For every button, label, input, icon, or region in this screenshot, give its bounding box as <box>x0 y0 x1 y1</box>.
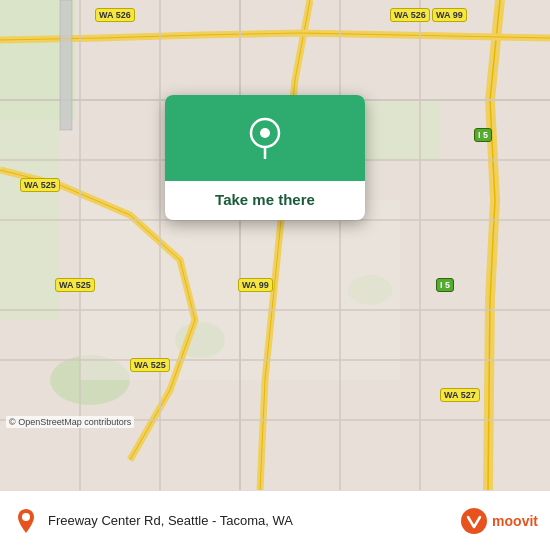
moovit-logo: moovit <box>460 507 538 535</box>
bottom-bar: Freeway Center Rd, Seattle - Tacoma, WA … <box>0 490 550 550</box>
road-label-wa527: WA 527 <box>440 388 480 402</box>
road-label-wa525-bot: WA 525 <box>130 358 170 372</box>
road-label-wa526-top-left: WA 526 <box>95 8 135 22</box>
road-label-wa99-mid: WA 99 <box>238 278 273 292</box>
popup-label[interactable]: Take me there <box>165 181 365 220</box>
road-label-i5-top: I 5 <box>474 128 492 142</box>
svg-point-22 <box>260 128 270 138</box>
moovit-logo-icon <box>460 507 488 535</box>
osm-attribution: © OpenStreetMap contributors <box>6 416 134 428</box>
svg-rect-19 <box>60 0 72 130</box>
moovit-label: moovit <box>492 513 538 529</box>
bottom-location-icon <box>12 507 40 535</box>
popup-card[interactable]: Take me there <box>165 95 365 220</box>
bottom-address: Freeway Center Rd, Seattle - Tacoma, WA <box>48 513 452 528</box>
road-label-i5-mid: I 5 <box>436 278 454 292</box>
svg-point-23 <box>22 513 30 521</box>
road-label-wa99-top-right: WA 99 <box>432 8 467 22</box>
map-container: WA 526 WA 526 WA 525 WA 525 WA 525 WA 99… <box>0 0 550 490</box>
popup-arrow <box>253 219 277 220</box>
road-label-wa525-mid-left: WA 525 <box>55 278 95 292</box>
svg-point-24 <box>461 508 487 534</box>
road-label-wa525-left: WA 525 <box>20 178 60 192</box>
popup-green-area <box>165 95 365 181</box>
road-label-wa526-top-right: WA 526 <box>390 8 430 22</box>
location-pin-icon <box>243 115 287 159</box>
